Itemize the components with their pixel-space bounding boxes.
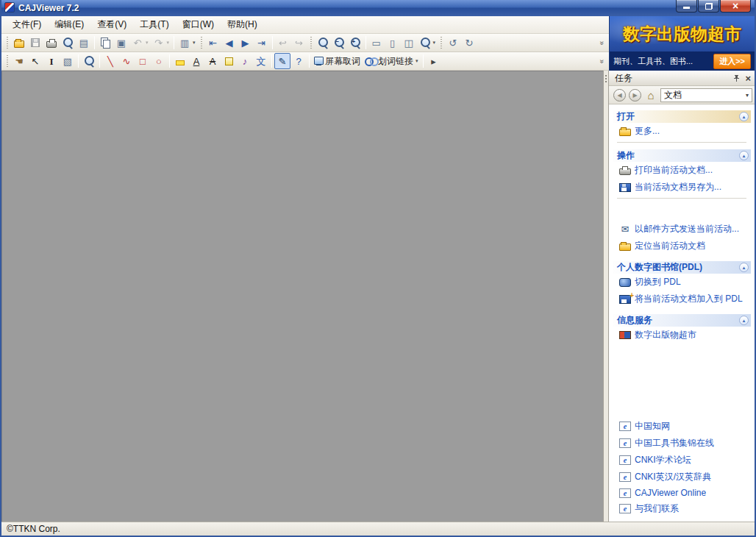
- more-tools-button[interactable]: ▸: [426, 53, 442, 69]
- nav-back-button[interactable]: ◀: [613, 89, 626, 102]
- page-setup-button[interactable]: ▤: [76, 35, 92, 51]
- line-tool-button[interactable]: ╲: [102, 53, 118, 69]
- select-tool-button[interactable]: ↖: [27, 53, 43, 69]
- web-link[interactable]: 中国知网: [613, 418, 751, 435]
- task-item[interactable]: 切换到 PDL: [613, 274, 751, 291]
- section-collapse-icon[interactable]: ▴: [739, 316, 749, 325]
- underline-tool-button[interactable]: A: [188, 53, 204, 69]
- redo-button[interactable]: ↷▾: [151, 35, 172, 51]
- copy-button[interactable]: [97, 35, 113, 51]
- save-button[interactable]: [27, 35, 43, 51]
- screen-word-capture-button[interactable]: 屏幕取词: [312, 53, 363, 69]
- menu-edit[interactable]: 编辑(E): [48, 16, 90, 33]
- section-header-actions[interactable]: 操作▴: [613, 149, 751, 162]
- task-item[interactable]: 将当前活动文档加入到 PDL: [613, 291, 751, 307]
- text-recognize-tool-button[interactable]: 文: [253, 53, 269, 69]
- toolbar-overflow-button[interactable]: »: [598, 38, 606, 48]
- knowledge-query-tool-button[interactable]: ?: [290, 53, 307, 69]
- task-item[interactable]: 以邮件方式发送当前活动...: [613, 221, 751, 238]
- go-forward-button[interactable]: ↪: [291, 35, 307, 51]
- hand-tool-button[interactable]: ☚: [11, 53, 27, 69]
- section-header-open[interactable]: 打开▴: [613, 110, 751, 123]
- web-link[interactable]: 与我们联系: [613, 500, 751, 517]
- rotate-right-button[interactable]: ↻: [461, 35, 477, 51]
- word-link-label: 划词链接: [378, 55, 413, 68]
- text-select-tool-button[interactable]: I: [43, 53, 60, 69]
- rotate-left-button[interactable]: ↺: [445, 35, 461, 51]
- section-title: 信息服务: [617, 314, 739, 327]
- web-link[interactable]: CNKI学术论坛: [613, 452, 751, 469]
- title-bar[interactable]: CAJViewer 7.2: [1, 0, 755, 16]
- section-header-info[interactable]: 信息服务▴: [613, 314, 751, 327]
- task-pane-close-icon[interactable]: ×: [745, 74, 751, 83]
- go-back-button[interactable]: ↩: [275, 35, 291, 51]
- restore-button[interactable]: [698, 0, 719, 13]
- section-header-pdl[interactable]: 个人数字图书馆(PDL)▴: [613, 261, 751, 274]
- toolbar-grip[interactable]: [200, 36, 203, 49]
- minimize-button[interactable]: [676, 0, 697, 13]
- page-layout-button[interactable]: ▥▾: [176, 35, 198, 51]
- snapshot-button[interactable]: ▣: [113, 35, 129, 51]
- zoom-select-button[interactable]: [315, 35, 331, 51]
- rect-tool-button[interactable]: □: [135, 53, 151, 69]
- task-item[interactable]: 定位当前活动文档: [613, 238, 751, 255]
- undo-button[interactable]: ↶▾: [129, 35, 151, 51]
- menu-help[interactable]: 帮助(H): [221, 16, 264, 33]
- print-preview-button[interactable]: [60, 35, 76, 51]
- web-link[interactable]: CNKI英汉/汉英辞典: [613, 469, 751, 486]
- banner-enter-button[interactable]: 进入>>: [713, 54, 751, 69]
- zoom-level-button[interactable]: ▾: [417, 35, 438, 51]
- prev-page-button[interactable]: ◀: [221, 35, 238, 51]
- close-button[interactable]: [720, 0, 751, 13]
- actual-size-button[interactable]: ▭: [368, 35, 385, 51]
- menu-file[interactable]: 文件(F): [6, 16, 48, 33]
- nav-home-button[interactable]: [644, 89, 657, 101]
- open-button[interactable]: [11, 35, 27, 51]
- autohide-pin-icon[interactable]: [732, 74, 741, 82]
- print-button[interactable]: [43, 35, 60, 51]
- nav-forward-button[interactable]: ▶: [629, 89, 641, 102]
- curve-tool-button[interactable]: ∿: [118, 53, 135, 69]
- last-page-button[interactable]: ⇥: [254, 35, 270, 51]
- menu-view[interactable]: 查看(V): [90, 16, 133, 33]
- toolbar-grip[interactable]: [6, 36, 9, 49]
- strikeout-tool-button[interactable]: A: [204, 53, 221, 69]
- promo-banner[interactable]: 数字出版物超市 期刊、工具书、图书... 进入>>: [609, 16, 755, 71]
- task-item[interactable]: 更多...: [613, 123, 751, 140]
- zoom-out-button[interactable]: −: [331, 35, 347, 51]
- web-link[interactable]: CAJViewer Online: [613, 486, 751, 500]
- toolbar-overflow-button[interactable]: »: [598, 57, 606, 66]
- fit-width-button[interactable]: ▯: [385, 35, 401, 51]
- web-link[interactable]: 中国工具书集锦在线: [613, 435, 751, 452]
- menu-window[interactable]: 窗口(W): [176, 16, 221, 33]
- toolbar-grip[interactable]: [310, 36, 313, 49]
- text-select-tool-icon: I: [46, 55, 57, 67]
- document-area[interactable]: [1, 71, 603, 522]
- section-collapse-icon[interactable]: ▴: [739, 151, 749, 160]
- word-link-button[interactable]: 划词链接▾: [363, 53, 421, 69]
- menu-tools[interactable]: 工具(T): [133, 16, 175, 33]
- fit-page-button[interactable]: ◫: [401, 35, 417, 51]
- task-item[interactable]: 打印当前活动文档...: [613, 162, 751, 179]
- image-select-tool-button[interactable]: ▧: [60, 53, 76, 69]
- section-collapse-icon[interactable]: ▴: [739, 112, 749, 121]
- task-item[interactable]: 当前活动文档另存为...: [613, 179, 751, 196]
- note-tool-button[interactable]: [221, 53, 237, 69]
- next-page-button[interactable]: ▶: [238, 35, 254, 51]
- section-collapse-icon[interactable]: ▴: [739, 263, 749, 272]
- pane-splitter[interactable]: [603, 71, 609, 522]
- toolbar-grip[interactable]: [440, 36, 443, 49]
- zoom-in-button[interactable]: +: [347, 35, 363, 51]
- folder-icon: [619, 243, 631, 251]
- window-controls: [676, 0, 755, 13]
- first-page-button[interactable]: ⇤: [205, 35, 221, 51]
- annotation-toolbar-toggle-button[interactable]: ✎: [274, 53, 290, 69]
- ellipse-tool-button[interactable]: ○: [151, 53, 167, 69]
- read-aloud-tool-button[interactable]: ♪: [237, 53, 253, 69]
- toolbar-grip[interactable]: [6, 54, 9, 68]
- printer-icon: [619, 168, 631, 175]
- pane-selector-dropdown[interactable]: 文档 ▾: [660, 88, 752, 102]
- dynamic-zoom-tool-button[interactable]: [81, 53, 97, 69]
- task-item[interactable]: 数字出版物超市: [613, 327, 751, 344]
- highlight-tool-button[interactable]: [172, 53, 188, 69]
